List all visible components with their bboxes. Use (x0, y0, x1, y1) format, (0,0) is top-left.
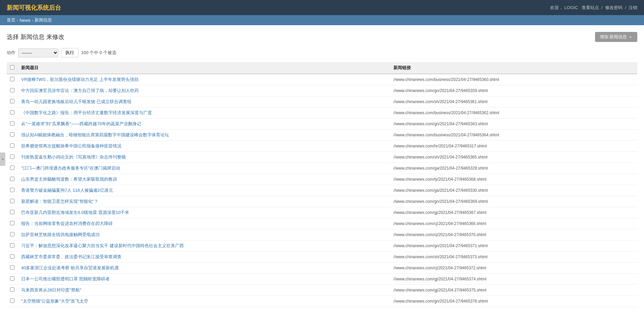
breadcrumb-sep-1: › (17, 18, 18, 23)
row-link-cell: //www.chinanews.com/hr/2021/04-27/946531… (390, 141, 637, 152)
row-link-cell: //www.chinanews.com/ty/2021/04-27/946536… (390, 174, 637, 185)
change-password-link[interactable]: 修改密码 (605, 5, 623, 10)
breadcrumb-news[interactable]: News (19, 18, 31, 23)
row-checkbox[interactable] (10, 210, 14, 214)
left-toggle[interactable]: » (0, 152, 5, 166)
news-title-link[interactable]: 40多家浙江企业赴港考察 盼共享自贸港发展新机遇 (21, 265, 119, 270)
view-site-link[interactable]: 查看站点 (582, 5, 599, 10)
table-row: "江门—澳门跨境通办政务服务专区"在澳门揭牌启动//www.chinanews.… (7, 163, 637, 174)
row-link-cell: //www.chinanews.com/business/2021/04-27/… (390, 74, 637, 85)
row-checkbox[interactable] (10, 243, 14, 247)
table-row: 40多家浙江企业赴港考察 盼共享自贸港发展新机遇//www.chinanews.… (7, 263, 637, 274)
row-title-cell: 山东男篮主帅颖酩驾道数：希望大家吸取我的教训 (18, 174, 390, 185)
breadcrumb-current: 新闻信息 (35, 17, 52, 23)
row-checkbox[interactable] (10, 232, 14, 236)
row-link-cell: //www.chinanews.com/sh/2021/04-27/946537… (390, 252, 637, 263)
row-checkbox[interactable] (10, 221, 14, 225)
row-checkbox[interactable] (10, 177, 14, 181)
news-title-link[interactable]: 新星解读：智能卫星怎样实现"智能化"？ (21, 199, 98, 204)
row-title-cell: 40多家浙江企业赴港考察 盼共享自贸港发展新机遇 (18, 263, 390, 274)
row-checkbox[interactable] (10, 166, 14, 170)
row-checkbox[interactable] (10, 299, 14, 303)
row-title-cell: 巴布亚新几内亚附近海域发生6.0级地震 震源深度10千米 (18, 207, 390, 218)
news-title-link[interactable]: 强认知AI赋能体教融合，暗物智能出席第四届数字中国建设峰会数字体育论坛 (21, 132, 169, 137)
row-checkbox-cell (7, 218, 18, 229)
news-title-link[interactable]: 香港警方破金融骗案拘7人 116人被骗逾2亿港元 (21, 188, 113, 193)
table-row: 巴布亚新几内亚附近海域发生6.0级地震 震源深度10千米//www.chinan… (7, 207, 637, 218)
news-title-link[interactable]: "太空熊猫"公益形象"大空"首飞太空 (21, 299, 88, 304)
news-title-link[interactable]: 刊发熟蛋返生鹅小鸡论文的《写真地理》杂志停刊整顿 (21, 154, 126, 160)
news-title-link[interactable]: 中方回应澳官员涉华言论：澳方自己得了病，却要让别人吃药 (21, 88, 139, 93)
row-checkbox[interactable] (10, 99, 14, 103)
news-title-link[interactable]: 从"一菜难求"到"瓜果飘香"——西藏跨越70年的蔬菜产业翻身记 (21, 121, 141, 126)
news-title-link[interactable]: 习近平：解放思想深化改革凝心聚力担当实干 建设新时代中国特色社会主义壮美广西 (21, 243, 184, 248)
row-title-cell: 新星解读：智能卫星怎样实现"智能化"？ (18, 196, 390, 207)
table-row: VR接棒TWS，歌尔股份业绩驱动力充足 上半年发展势头强劲//www.china… (7, 74, 637, 85)
row-link-cell: //www.chinanews.com/cj/2021/04-27/946536… (390, 218, 637, 229)
row-checkbox[interactable] (10, 254, 14, 259)
row-checkbox-cell (7, 107, 18, 119)
news-title-link[interactable]: 西藏林芝市委原常委、政法委书记朱江接受审查调查 (21, 254, 121, 259)
row-checkbox[interactable] (10, 265, 14, 270)
news-title-link[interactable]: 青岛一幼儿园更换地板后幼儿千呕发烧 已成立联合调查组 (21, 99, 131, 104)
row-link-cell: //www.chinanews.com/gn/2021/04-27/946537… (390, 296, 637, 307)
row-checkbox-cell (7, 119, 18, 130)
row-checkbox-cell (7, 74, 18, 85)
row-title-cell: 习近平：解放思想深化改革凝心聚力担当实干 建设新时代中国特色社会主义壮美广西 (18, 240, 390, 252)
row-checkbox[interactable] (10, 132, 14, 137)
row-title-cell: VR接棒TWS，歌尔股份业绩驱动力充足 上半年发展势头强劲 (18, 74, 390, 85)
row-checkbox[interactable] (10, 143, 14, 148)
row-checkbox[interactable] (10, 276, 14, 281)
row-title-cell: 拉萨至林芝铁路全线供电接触网受电成功 (18, 229, 390, 240)
row-title-cell: 驻希腊使馆再次提醒旅希中国公民报备接种疫苗情况 (18, 141, 390, 152)
row-link-cell: //www.chinanews.com/gj/2021/04-27/946537… (390, 285, 637, 296)
breadcrumb-home[interactable]: 首页 (7, 17, 15, 23)
row-checkbox[interactable] (10, 77, 14, 81)
execute-button[interactable]: 执行 (61, 48, 78, 57)
table-row: 报告：当前网络零售促进农村消费存在四大障碍//www.chinanews.com… (7, 218, 637, 229)
main-content: 选择 新闻信息 来修改 增加 新闻信息 ＋ 动作 ------- 执行 100 … (0, 25, 644, 318)
row-link-cell: //www.chinanews.com/business/2021/04-27/… (390, 107, 637, 119)
table-row: 香港警方破金融骗案拘7人 116人被骗逾2亿港元//www.chinanews.… (7, 185, 637, 196)
row-title-cell: 《中国数字化之路》报告：用平台经济丈量数字经济发展深度与广度 (18, 107, 390, 119)
news-title-link[interactable]: 《中国数字化之路》报告：用平台经济丈量数字经济发展深度与广度 (21, 110, 152, 115)
table-row: 山东男篮主帅颖酩驾道数：希望大家吸取我的教训//www.chinanews.co… (7, 174, 637, 185)
news-table: 新闻题目 新闻链接 VR接棒TWS，歌尔股份业绩驱动力充足 上半年发展势头强劲/… (7, 62, 637, 307)
action-select[interactable]: ------- (18, 48, 58, 57)
news-title-link[interactable]: 报告：当前网络零售促进农村消费存在四大障碍 (21, 221, 113, 226)
row-link-cell: //www.chinanews.com/ga/2021/04-27/946532… (390, 163, 637, 174)
row-checkbox[interactable] (10, 199, 14, 203)
row-checkbox-cell (7, 163, 18, 174)
page-header: 选择 新闻信息 来修改 增加 新闻信息 ＋ (7, 32, 637, 42)
table-header-row: 新闻题目 新闻链接 (7, 62, 637, 74)
table-row: 新星解读：智能卫星怎样实现"智能化"？//www.chinanews.com/g… (7, 196, 637, 207)
news-title-link[interactable]: 巴布亚新几内亚附近海域发生6.0级地震 震源深度10千米 (21, 210, 129, 215)
row-checkbox-cell (7, 274, 18, 285)
news-title-link[interactable]: VR接棒TWS，歌尔股份业绩驱动力充足 上半年发展势头强劲 (21, 77, 139, 82)
news-title-link[interactable]: "江门—澳门跨境通办政务服务专区"在澳门揭牌启动 (21, 166, 120, 171)
row-checkbox-cell (7, 296, 18, 307)
news-title-link[interactable]: 马来西亚将从28日对印度"禁航" (21, 287, 82, 292)
username-link[interactable]: LOGIC (565, 5, 578, 10)
site-title: 新闻可视化系统后台 (7, 4, 61, 12)
news-title-link[interactable]: 拉萨至林芝铁路全线供电接触网受电成功 (21, 232, 100, 237)
row-checkbox[interactable] (10, 188, 14, 192)
news-title-link[interactable]: 日本一公司推出嘴部透明口罩 照顾听觉障碍者 (21, 276, 110, 281)
row-checkbox-cell (7, 285, 18, 296)
news-title-link[interactable]: 驻希腊使馆再次提醒旅希中国公民报备接种疫苗情况 (21, 143, 121, 148)
row-checkbox[interactable] (10, 287, 14, 292)
add-news-button[interactable]: 增加 新闻信息 ＋ (595, 32, 637, 42)
row-link-cell: //www.chinanews.com/business/2021/04-27/… (390, 130, 637, 141)
row-checkbox[interactable] (10, 154, 14, 159)
row-checkbox[interactable] (10, 88, 14, 92)
row-checkbox[interactable] (10, 110, 14, 115)
logout-link[interactable]: 注销 (629, 5, 637, 10)
news-title-link[interactable]: 山东男篮主帅颖酩驾道数：希望大家吸取我的教训 (21, 177, 117, 182)
row-checkbox-cell (7, 152, 18, 163)
row-title-cell: 报告：当前网络零售促进农村消费存在四大障碍 (18, 218, 390, 229)
select-all-checkbox[interactable] (10, 65, 14, 70)
row-title-cell: 青岛一幼儿园更换地板后幼儿千呕发烧 已成立联合调查组 (18, 96, 390, 107)
row-title-cell: 刊发熟蛋返生鹅小鸡论文的《写真地理》杂志停刊整顿 (18, 152, 390, 163)
row-checkbox[interactable] (10, 121, 14, 126)
row-checkbox-cell (7, 252, 18, 263)
